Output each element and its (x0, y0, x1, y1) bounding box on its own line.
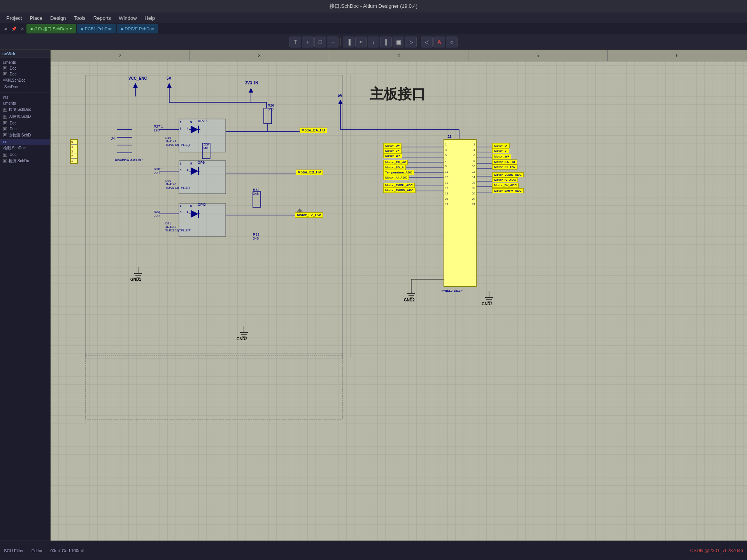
op9-pins: 1 5 (180, 162, 192, 165)
op7-pins: 1 5 (180, 121, 192, 124)
toolbar-annot[interactable]: A (433, 37, 445, 47)
net-motor-w-plus: Motor_W+ (383, 153, 402, 158)
tab-nav-pin[interactable]: 📌 (10, 26, 18, 32)
toolbar-sep1 (340, 38, 341, 46)
sidebar-label: 入隔离.SchD (9, 114, 31, 119)
sidebar-item-detect1[interactable]: 检测.SchDoc (0, 77, 50, 84)
sidebar-item-detect4[interactable]: D 检测.SchDc (0, 158, 50, 164)
sidebar-label: .Doc (9, 72, 17, 76)
toolbar-down[interactable]: ↓ (368, 37, 379, 47)
sidebar-item-diag[interactable]: D 诊检测.SchD (0, 132, 50, 139)
tab-nav-back[interactable]: ◄ (2, 26, 9, 32)
grid-info: 00mil Grid:100mil (50, 548, 84, 553)
net-motor-iu-adc: Motor_IU_ADC (383, 175, 409, 180)
menu-project[interactable]: Project (3, 14, 25, 22)
3v3-in-label: 3V3_IN (245, 81, 258, 85)
sidebar-label: 检测.SchDoc (3, 145, 26, 151)
menu-reports[interactable]: Reports (90, 14, 114, 22)
sidebar-label: 检测.SchDoc (9, 107, 31, 112)
gnd2-label-3: GND2 (482, 302, 493, 306)
j4-label: J4 (111, 136, 115, 140)
op7-pins2: 3 4 (180, 127, 188, 130)
toolbar-left[interactable]: ◁ (421, 37, 433, 47)
net-motor-emfu: Motor_EMFU_ADC (383, 183, 415, 188)
menu-design[interactable]: Design (47, 14, 69, 22)
toolbar-rect[interactable]: □ (314, 37, 326, 47)
sidebar-item-detect2[interactable]: D 检测.SchDoc (0, 106, 50, 113)
sidebar-item-uments2[interactable]: uments (0, 100, 50, 106)
sidebar-label: 诊检测.SchD (9, 133, 31, 138)
toolbar-line[interactable]: ⊢ (327, 37, 338, 47)
op10-pins2: 3 4 (180, 210, 188, 214)
watermark: CSDN @2301_76287046 (690, 548, 743, 553)
sidebar-label: .Doc (9, 127, 17, 131)
tab-pcb1[interactable]: ■ PCB1.PcbDoc (77, 24, 116, 33)
svg-marker-38 (191, 167, 198, 175)
title-bar: 接口.SchDoc - Altium Designer (19.0.4) (0, 0, 747, 12)
sidebar-item-isolate[interactable]: D 入隔离.SchD (0, 113, 50, 120)
tab-schdoc[interactable]: ■ (10) 接口.SchDoc ▼ (26, 24, 76, 33)
gnd2-label-1: GND2 (237, 337, 247, 341)
r27-label: R27 1220 (154, 124, 163, 132)
doc-icon: D (3, 159, 7, 163)
sidebar-item-schdoc1[interactable]: .SchDoc (0, 84, 50, 90)
tab-drive[interactable]: ■ DRIVE.PcbDoc (117, 24, 158, 33)
svg-marker-34 (191, 126, 198, 133)
toolbar: T + □ ⊢ ▐ ≈ ↓ ║ ▣ ▷ ◁ A ○ (0, 34, 747, 50)
tab-drive-label: DRIVE.PcbDoc (124, 26, 154, 31)
toolbar-wave[interactable]: ≈ (355, 37, 367, 47)
sidebar-label: uments (3, 60, 16, 65)
sidebar-item-doc5[interactable]: D .Doc (0, 152, 50, 158)
toolbar-add[interactable]: + (302, 37, 314, 47)
doc-icon: D (3, 115, 7, 119)
tab-nav-close[interactable]: ✕ (19, 26, 26, 32)
toolbar-bus[interactable]: ║ (380, 37, 392, 47)
status-bar: SCH Filter Editor 00mil Grid:100mil CSDN… (0, 541, 747, 560)
d21-label: D211N4148TLP2362(TPL,E(T (165, 222, 191, 232)
svg-marker-9 (338, 100, 343, 104)
sidebar-item-oc[interactable]: oc (0, 139, 50, 145)
tab-pcb1-icon: ■ (81, 27, 83, 31)
op9-pins2: 3 4 (180, 168, 188, 172)
sidebar-label: .Doc (9, 121, 17, 125)
sidebar-label: nts (3, 95, 8, 100)
toolbar-circle[interactable]: ○ (446, 37, 458, 47)
sidebar-label: 检测.SchDc (9, 158, 29, 164)
sidebar-item-nts[interactable]: nts (0, 94, 50, 100)
doc-icon: D (3, 153, 7, 157)
op10-label: OPI0 (198, 203, 206, 206)
sidebar-item-doc3[interactable]: D .Doc (0, 120, 50, 126)
sidebar-item-detect3[interactable]: 检测.SchDoc (0, 145, 50, 152)
net-motor-ea-hu: Motor_EA_HU (300, 128, 327, 133)
r33-label: R33 1220 (154, 210, 163, 218)
5v-label-1: 5V (167, 76, 171, 80)
doc-icon: D (3, 108, 7, 112)
menu-window[interactable]: Window (116, 14, 140, 22)
connector-j2: 1357911131517192123 24681012141618202224 (444, 139, 477, 287)
net-motor-iw-adc: Motor_IW_ADC (492, 183, 519, 188)
sidebar-item-uments[interactable]: uments (0, 60, 50, 65)
r32-label: R32348 (253, 188, 260, 196)
toolbar-fill[interactable]: ▐ (343, 37, 354, 47)
ruler-col-4: 4 (329, 50, 468, 61)
tab-drive-icon: ■ (121, 27, 123, 31)
net-motor-u-minus: Motor_U- (492, 143, 510, 148)
menu-bar: Project Place Design Tools Reports Windo… (0, 12, 747, 23)
toolbar-comp[interactable]: ▣ (393, 37, 404, 47)
toolbar-right[interactable]: ▷ (405, 37, 417, 47)
sidebar-item-doc1[interactable]: D .Doc (0, 65, 50, 71)
svg-marker-5 (167, 83, 172, 88)
menu-tools[interactable]: Tools (70, 14, 88, 22)
menu-help[interactable]: Help (142, 14, 158, 22)
doc-icon: D (3, 72, 7, 76)
sidebar-item-doc2[interactable]: D .Doc (0, 71, 50, 77)
net-motor-iv-adc: Motor_IV_ADC (492, 177, 518, 182)
toolbar-text[interactable]: T (289, 37, 301, 47)
canvas-area[interactable]: 2 3 4 5 6 (51, 50, 747, 541)
net-motor-eb-hv2: Motor_EB_HV (383, 160, 408, 165)
d19-label: D191N4148TLP2362(TPL,E(T (165, 136, 191, 147)
sidebar-item-doc4[interactable]: D .Doc (0, 126, 50, 132)
vcc-enc-label: VCC_ENC (128, 76, 147, 80)
title-text: 接口.SchDoc - Altium Designer (19.0.4) (330, 3, 417, 10)
menu-place[interactable]: Place (26, 14, 46, 22)
